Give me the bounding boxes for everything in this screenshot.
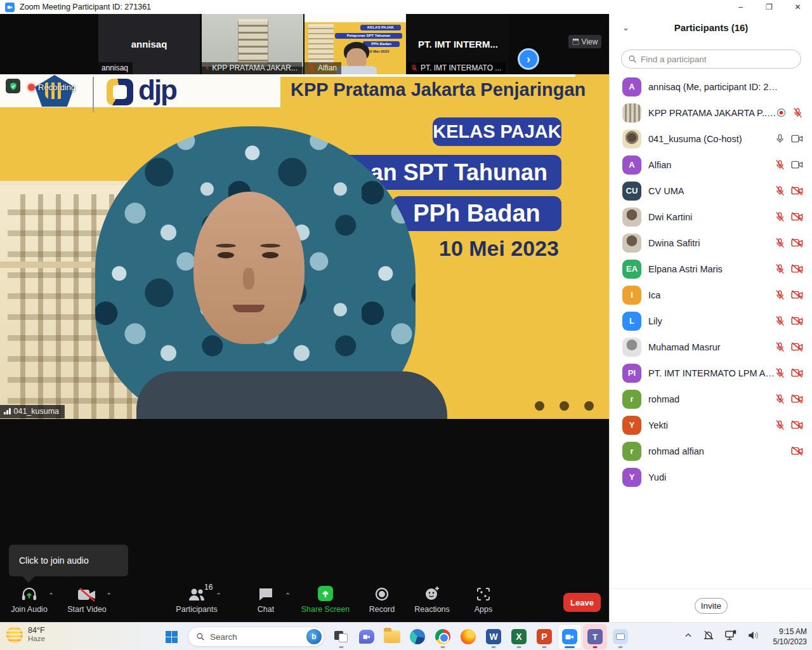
taskbar-powerpoint-icon[interactable]: P (532, 624, 556, 649)
share-screen-button[interactable]: Share Screen (295, 585, 356, 614)
close-button[interactable]: ✕ (783, 0, 812, 14)
security-shield-icon[interactable] (6, 79, 20, 93)
video-tile-annisaq[interactable]: annisaqannisaq (98, 14, 200, 74)
video-tile-alfian[interactable]: KELAS PAJAK Pelaporan SPT Tahunan PPh Ba… (304, 14, 406, 74)
taskbar-edge-icon[interactable] (405, 624, 429, 649)
leave-button[interactable]: Leave (563, 593, 601, 612)
participant-name: annisaq (Me, participant ID: 271361) (648, 82, 778, 92)
participant-list: Aannisaq (Me, participant ID: 271361) KP… (610, 74, 812, 490)
toolbar-label: Record (369, 605, 395, 614)
avatar: Y (622, 468, 641, 487)
taskbar-snip-icon[interactable] (608, 624, 632, 649)
record-icon (374, 585, 390, 602)
participant-row[interactable]: rrohmad (610, 386, 812, 412)
taskbar-start-icon[interactable] (159, 624, 183, 649)
slide-heading: KPP Pratama Jakarta Penjaringan (291, 79, 582, 100)
video-tile-kpp-pratama-jakar-[interactable]: KPP PRATAMA JAKAR... (202, 14, 303, 74)
volume-icon[interactable] (747, 630, 759, 643)
participant-row[interactable]: Dwi Kartini (610, 204, 812, 230)
join-audio-options-caret[interactable]: ⌃ (48, 592, 54, 600)
participant-name: Elpana Astri Maris (648, 264, 723, 274)
taskbar-firefox-icon[interactable] (456, 624, 480, 649)
start-video-options-caret[interactable]: ⌃ (106, 592, 112, 600)
mic-muted-icon (775, 185, 785, 196)
participant-row[interactable]: YYekti (610, 412, 812, 438)
video-off-icon (77, 585, 96, 602)
participant-name: Alfian (648, 160, 671, 170)
taskbar-task-view-icon[interactable] (329, 624, 353, 649)
taskbar-clock[interactable]: 9:15 AM 5/10/2023 (773, 627, 807, 647)
avatar: I (622, 286, 641, 305)
participant-name: rohmad (648, 394, 679, 404)
participant-status-icons (775, 185, 803, 196)
participants-panel-title: Participants (16) (610, 20, 812, 33)
mic-muted-icon (775, 211, 785, 222)
mic-icon (775, 133, 785, 144)
invite-button[interactable]: Invite (695, 598, 728, 614)
mic-muted-icon (775, 394, 785, 404)
participant-row[interactable]: Dwina Safitri (610, 230, 812, 256)
participant-row[interactable]: KPP PRATAMA JAKARTA P... (Host) (610, 100, 812, 126)
avatar: L (622, 312, 641, 331)
participant-status-icons (775, 289, 803, 300)
mic-muted-icon (410, 64, 418, 72)
participant-row[interactable]: PIPT. IMT INTERMATO LPM ASIA - ... (610, 360, 812, 386)
taskbar-zoom-icon[interactable] (558, 624, 582, 649)
participant-row[interactable]: CUCV UMA (610, 178, 812, 204)
slide-pill-kelas-pajak: KELAS PAJAK (433, 117, 561, 146)
minimize-button[interactable]: – (726, 0, 755, 14)
participant-name: Yudi (648, 472, 666, 482)
participant-row[interactable]: AAlfian (610, 152, 812, 178)
participants-options-caret[interactable]: ⌃ (216, 592, 221, 600)
speaker-shoulders (136, 371, 447, 419)
panel-collapse-chevron-icon[interactable]: ⌄ (622, 23, 629, 32)
find-participant-input[interactable] (641, 55, 780, 64)
taskbar-word-icon[interactable]: W (481, 624, 506, 649)
slide-pill-pph-badan: PPh Badan (392, 196, 561, 231)
participant-row[interactable]: Aannisaq (Me, participant ID: 271361) (610, 74, 812, 100)
title-bar: Zoom Meeting Participant ID: 271361 – ❐ … (0, 0, 812, 14)
video-tile-pt-imt-intermato-[interactable]: PT. IMT INTERM...PT. IMT INTERMATO ... (407, 14, 509, 74)
avatar: Y (622, 416, 641, 435)
taskbar-file-explorer-icon[interactable] (380, 624, 404, 649)
djp-logo-icon (107, 79, 133, 105)
video-thumbnail-strip: annisaqannisaqKPP PRATAMA JAKAR... KELAS… (0, 14, 609, 74)
participant-row[interactable]: EAElpana Astri Maris (610, 256, 812, 282)
taskbar-chrome-icon[interactable] (431, 624, 455, 649)
participant-row[interactable]: IIca (610, 282, 812, 308)
taskbar-excel-icon[interactable]: X (507, 624, 531, 649)
participant-row[interactable]: rrohmad alfian (610, 438, 812, 464)
taskbar-weather-widget[interactable]: 84°F Haze (6, 626, 45, 643)
view-button[interactable]: View (568, 35, 601, 48)
participant-status-icons (775, 263, 803, 274)
toolbar-label: Apps (475, 605, 493, 614)
participant-row[interactable]: 041_kusuma (Co-host) (610, 126, 812, 152)
hidden-icons-icon[interactable] (684, 631, 693, 642)
video-off-icon (791, 316, 803, 326)
network-display-icon[interactable] (724, 630, 737, 644)
notifications-off-icon[interactable] (703, 630, 714, 644)
taskbar-teams-icon[interactable]: T (583, 624, 607, 649)
clock-time: 9:15 AM (773, 627, 807, 637)
chat-options-caret[interactable]: ⌃ (285, 592, 291, 600)
mic-muted-icon (775, 263, 785, 274)
participants-panel: ⌄ Participants (16) Aannisaq (Me, partic… (609, 14, 812, 622)
maximize-button[interactable]: ❐ (755, 0, 783, 14)
windows-taskbar: 84°F Haze Search bWXPT 9:15 AM 5/10/2023 (0, 622, 812, 650)
participant-name: PT. IMT INTERMATO LPM ASIA - ... (648, 368, 778, 378)
bing-icon[interactable]: b (306, 629, 322, 644)
apps-button[interactable]: Apps (453, 585, 514, 614)
participant-status-icons (791, 446, 803, 456)
participant-search[interactable] (621, 50, 801, 69)
taskbar-chat-icon[interactable] (355, 624, 379, 649)
participant-name: rohmad alfian (648, 446, 704, 456)
avatar (622, 103, 641, 123)
participant-row[interactable]: YYudi (610, 464, 812, 490)
taskbar-search-box[interactable]: Search b (188, 627, 325, 647)
next-page-button[interactable]: › (518, 48, 539, 70)
participant-row[interactable]: LLily (610, 308, 812, 334)
participant-row[interactable]: Muhamad Masrur (610, 334, 812, 360)
participant-status-icons (775, 237, 803, 248)
meeting-toolbar: Join Audio⌃Start Video⌃16Participants⌃Ch… (0, 578, 609, 622)
participant-name: Lily (648, 316, 662, 326)
